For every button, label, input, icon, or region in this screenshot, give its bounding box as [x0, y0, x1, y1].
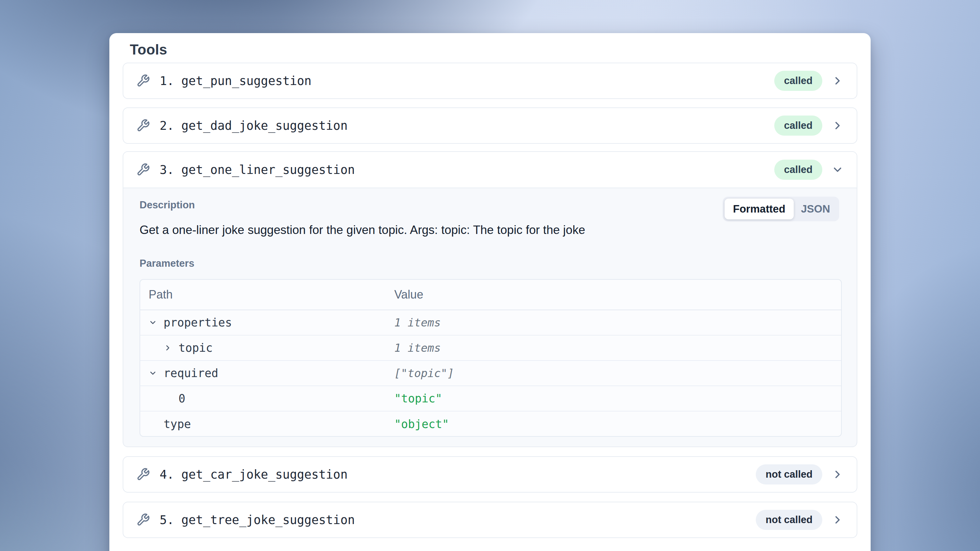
wrench-icon	[136, 468, 150, 481]
chevron-down-icon[interactable]	[149, 369, 164, 378]
table-header: Path Value	[140, 280, 841, 310]
tool-name: 3. get_one_liner_suggestion	[160, 163, 355, 177]
desktop-background: Tools 1. get_pun_suggestion called 2. ge…	[0, 0, 980, 551]
status-badge: not called	[756, 510, 822, 530]
tool-row-get-car-joke-suggestion[interactable]: 4. get_car_joke_suggestion not called	[123, 456, 858, 493]
tool-name: 5. get_tree_joke_suggestion	[160, 513, 355, 527]
status-badge: called	[774, 116, 822, 135]
chevron-right-icon	[831, 468, 844, 481]
chevron-right-icon	[831, 75, 844, 87]
wrench-icon	[136, 119, 150, 132]
view-toggle: Formatted JSON	[723, 197, 839, 221]
table-row-type: type "object"	[140, 411, 841, 437]
param-key: required	[164, 367, 218, 380]
chevron-down-icon[interactable]	[149, 318, 164, 327]
tree-indent-spacer	[149, 420, 164, 429]
table-row-topic[interactable]: topic 1 items	[140, 336, 841, 361]
table-row-required[interactable]: required ["topic"]	[140, 361, 841, 386]
status-badge: not called	[756, 464, 822, 484]
chevron-right-icon	[831, 119, 844, 132]
status-badge: called	[774, 71, 822, 91]
param-key: 0	[178, 392, 185, 405]
table-row-properties[interactable]: properties 1 items	[140, 310, 841, 336]
wrench-icon	[136, 74, 150, 88]
tool-expanded-container: 3. get_one_liner_suggestion called Descr…	[123, 151, 858, 447]
tool-detail-section: Description Formatted JSON Get a one-lin…	[123, 189, 857, 446]
parameters-label: Parameters	[140, 258, 194, 269]
tool-name: 4. get_car_joke_suggestion	[160, 468, 348, 482]
param-value: "object"	[394, 418, 841, 431]
value-column-header: Value	[394, 288, 841, 301]
chevron-right-icon[interactable]	[164, 343, 178, 352]
tool-name: 1. get_pun_suggestion	[160, 74, 312, 88]
status-badge: called	[774, 160, 822, 180]
tool-row-get-dad-joke-suggestion[interactable]: 2. get_dad_joke_suggestion called	[123, 107, 858, 144]
param-key: properties	[164, 316, 232, 329]
param-key: topic	[178, 341, 213, 354]
chevron-right-icon	[831, 514, 844, 526]
tool-name: 2. get_dad_joke_suggestion	[160, 119, 348, 133]
tools-panel: Tools 1. get_pun_suggestion called 2. ge…	[109, 33, 871, 551]
chevron-down-icon	[831, 164, 844, 176]
param-value: 1 items	[394, 341, 841, 354]
wrench-icon	[136, 513, 150, 527]
param-value: 1 items	[394, 316, 841, 329]
formatted-tab[interactable]: Formatted	[725, 199, 794, 219]
path-column-header: Path	[140, 288, 394, 301]
tree-indent-spacer	[164, 394, 178, 403]
json-tab[interactable]: JSON	[794, 199, 837, 219]
description-label: Description	[140, 199, 195, 211]
param-value: ["topic"]	[394, 367, 841, 380]
description-text: Get a one-liner joke suggestion for the …	[140, 222, 675, 238]
tool-row-get-one-liner-suggestion[interactable]: 3. get_one_liner_suggestion called	[123, 152, 857, 188]
param-key: type	[164, 418, 191, 431]
param-value: "topic"	[394, 392, 841, 405]
tool-row-get-pun-suggestion[interactable]: 1. get_pun_suggestion called	[123, 63, 858, 99]
parameters-table: Path Value properties 1 items top	[140, 279, 842, 437]
tool-row-get-tree-joke-suggestion[interactable]: 5. get_tree_joke_suggestion not called	[123, 502, 858, 538]
page-title: Tools	[130, 41, 167, 58]
wrench-icon	[136, 163, 150, 177]
table-row-required-0: 0 "topic"	[140, 386, 841, 411]
